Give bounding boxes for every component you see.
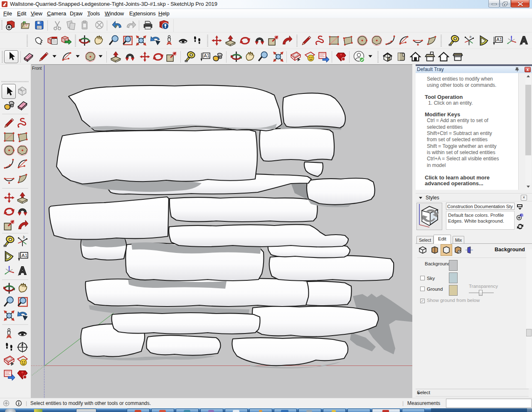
svg-text:Front: Front: [32, 66, 42, 71]
